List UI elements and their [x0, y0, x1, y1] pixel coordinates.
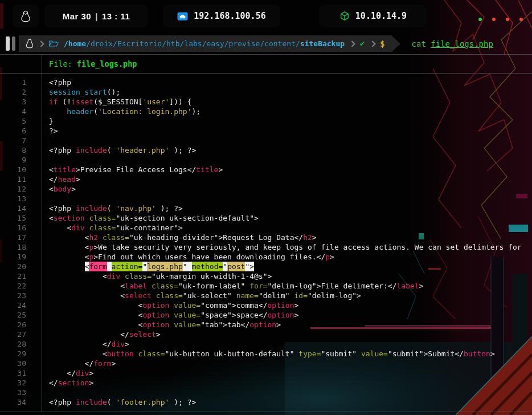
- code-token: >We take security very seriously, and ke…: [93, 242, 521, 252]
- code-token: </: [49, 378, 58, 388]
- workspace-dot[interactable]: [506, 18, 509, 21]
- code-token: >: [112, 359, 116, 368]
- workspace-dots: [478, 18, 523, 21]
- code-line: 23 <select class="uk-select" name="delim…: [0, 291, 532, 300]
- code-token: type=: [298, 349, 321, 359]
- code-line-content: header('Location: login.php');: [49, 107, 532, 116]
- workspace-dot[interactable]: [492, 18, 496, 21]
- line-number: 18: [0, 242, 26, 252]
- code-token: value=: [174, 310, 200, 320]
- code-line: 28 </div>: [0, 339, 532, 349]
- code-token: id=: [294, 291, 308, 300]
- code-token: "submit">Submit</: [388, 349, 464, 359]
- code-token: "delim-log">File delimeter:</: [268, 281, 397, 291]
- code-token: value=: [174, 320, 200, 329]
- code-line-content: <?php include( 'header.php' ); ?>: [49, 145, 532, 155]
- code-token: ": [223, 262, 227, 271]
- code-line-content: [49, 194, 532, 204]
- code-token: h2: [89, 233, 98, 242]
- status-bar: Mar 30 | 13 : 11 192.168.100.56 10.10.14…: [0, 0, 532, 33]
- ethernet-ip: 192.168.100.56: [194, 11, 265, 21]
- code-token: >: [490, 349, 495, 359]
- code-line-content: <h2 class="uk-heading-divider">Request L…: [49, 233, 532, 242]
- code-line: 1<?php: [0, 78, 532, 87]
- code-token: ])) {: [169, 97, 191, 107]
- code-token: >Previse File Access Logs</: [76, 165, 196, 174]
- code-token: <: [49, 300, 142, 310]
- line-number: 12: [0, 184, 26, 194]
- prompt-cap-dark: [12, 36, 15, 51]
- file-header: File: file_logs.php: [49, 55, 137, 72]
- code-token: select: [129, 329, 156, 339]
- tux-linux-icon: [21, 10, 31, 22]
- code-token: <: [49, 213, 54, 223]
- line-number: 19: [0, 252, 26, 262]
- code-token: <: [49, 281, 125, 291]
- line-number: 6: [0, 126, 26, 136]
- code-token: form: [93, 359, 111, 368]
- code-line: 4 header('Location: login.php');: [0, 107, 532, 116]
- code-token: p: [89, 242, 93, 252]
- folder-open-icon: [48, 39, 59, 48]
- frame-rule-middle: [0, 73, 532, 74]
- cube-vpn-icon: [339, 11, 350, 21]
- code-token: 'footer.php': [116, 397, 169, 407]
- code-token: name=: [236, 291, 259, 300]
- code-line: 6?>: [0, 126, 532, 136]
- code-token: option: [249, 320, 276, 329]
- code-line-content: </form>: [49, 359, 532, 368]
- code-line-content: <?php include( 'footer.php' ); ?>: [49, 397, 532, 407]
- workspace-dot[interactable]: [478, 18, 482, 21]
- code-token: </: [49, 329, 129, 339]
- code-token: for=: [249, 281, 267, 291]
- line-number: 27: [0, 329, 26, 339]
- code-line: 19 <p>Find out which users have been dow…: [0, 252, 532, 262]
- line-number: 8: [0, 145, 26, 155]
- code-line-content: </head>: [49, 174, 532, 184]
- code-token: (: [107, 145, 116, 155]
- code-line: 14<?php include( 'nav.php' ); ?>: [0, 204, 532, 213]
- code-token: "comma">comma</: [200, 300, 267, 310]
- code-token: <: [49, 291, 125, 300]
- code-token: include: [76, 397, 107, 407]
- line-number: 34: [0, 397, 26, 407]
- line-number: 30: [0, 359, 26, 368]
- code-area[interactable]: 1<?php2session_start();3if (!isset($_SES…: [0, 78, 532, 407]
- prompt-cap-light: [6, 36, 10, 51]
- code-token: div: [71, 223, 84, 233]
- line-number: 2: [0, 87, 26, 97]
- code-token: select: [125, 291, 152, 300]
- code-token: <: [49, 184, 54, 194]
- code-line: 10<title>Previse File Access Logs</title…: [0, 165, 532, 174]
- code-token: class=: [152, 281, 178, 291]
- code-line-content: <p>Find out which users have been downlo…: [49, 252, 532, 262]
- code-line: 18 <p>We take security very seriously, a…: [0, 242, 532, 252]
- code-token: include: [76, 145, 107, 155]
- file-header-label: File:: [49, 59, 77, 68]
- line-number: 5: [0, 116, 26, 126]
- command-argument: file_logs.php: [431, 39, 493, 48]
- code-line-content: <form action="logs.php" method="post">: [49, 262, 532, 271]
- code-token: h2: [303, 233, 312, 242]
- code-token: head: [58, 174, 76, 184]
- code-token: session_start: [49, 87, 107, 97]
- code-line-content: <div class="uk-margin uk-width-1-4@s">: [49, 271, 532, 281]
- code-token: "submit": [321, 349, 361, 359]
- code-token: if: [49, 97, 58, 107]
- code-token: [49, 262, 85, 271]
- line-number: 11: [0, 174, 26, 184]
- code-token: div: [107, 271, 120, 281]
- code-line: 11</head>: [0, 174, 532, 184]
- workspace-dot[interactable]: [519, 18, 523, 21]
- code-line: 2session_start();: [0, 87, 532, 97]
- code-token: <?php: [49, 204, 76, 213]
- code-token: post: [227, 262, 245, 271]
- code-token: ); ?>: [156, 204, 183, 213]
- code-line-content: <div class="uk-container">: [49, 223, 532, 233]
- launcher-button[interactable]: [13, 5, 39, 27]
- code-token: <: [49, 349, 107, 359]
- line-number: 15: [0, 213, 26, 223]
- line-number: 4: [0, 107, 26, 116]
- code-token: "uk-button uk-button-default": [165, 349, 299, 359]
- code-line: 22 <label class="uk-form-label" for="del…: [0, 281, 532, 291]
